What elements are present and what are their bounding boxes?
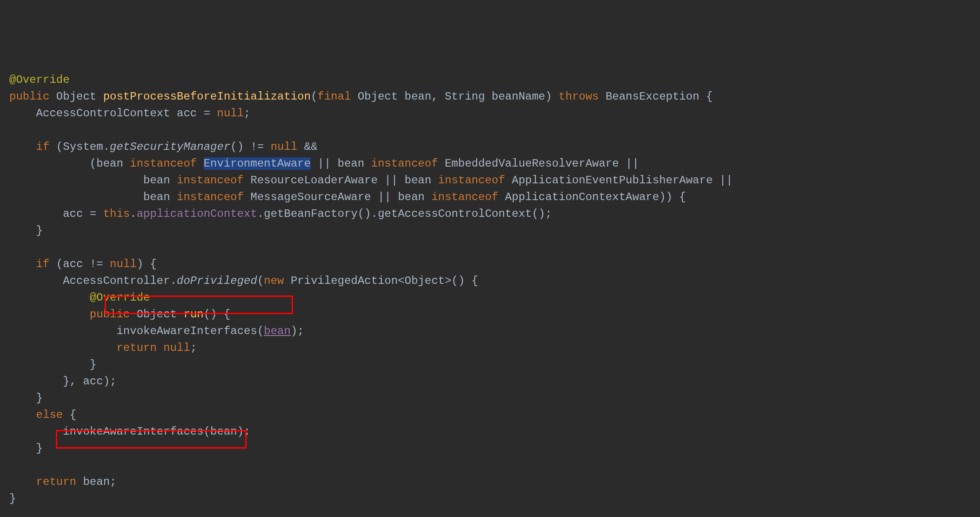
dot: . [371, 208, 378, 220]
operator: = [90, 208, 96, 220]
indent [9, 325, 116, 337]
semi: ; [545, 208, 552, 220]
indent [9, 224, 36, 237]
lt: < [398, 275, 404, 287]
param: bean [405, 90, 432, 103]
brace: } [36, 224, 43, 237]
exception-type: BeansException [606, 90, 700, 103]
dot: . [103, 141, 110, 153]
variable: bean [338, 157, 365, 170]
keyword-throws: throws [559, 90, 599, 103]
field: applicationContext [137, 208, 257, 220]
indent [9, 191, 143, 203]
keyword-instanceof: instanceof [130, 157, 197, 170]
operator: || [378, 191, 391, 203]
keyword-public: public [90, 308, 130, 321]
indent [9, 208, 63, 220]
dot: . [257, 208, 264, 220]
indent [9, 358, 90, 371]
variable: bean [405, 174, 432, 187]
parens: () [452, 275, 465, 287]
indent [9, 425, 63, 438]
indent [9, 409, 36, 421]
paren: ( [311, 90, 317, 103]
semi: ; [244, 107, 250, 120]
method-call: getAccessControlContext [378, 208, 532, 220]
indent [9, 308, 90, 321]
keyword-return: return [116, 342, 156, 354]
keyword-else: else [36, 409, 63, 421]
brace: { [150, 258, 157, 270]
comma: , [431, 90, 438, 103]
indent [9, 442, 36, 455]
semi: ; [110, 476, 116, 488]
paren: ) [545, 90, 552, 103]
method-call: invokeAwareInterfaces [63, 425, 203, 438]
operator: = [204, 107, 210, 120]
variable: acc [63, 208, 83, 220]
semi: ; [190, 342, 197, 354]
variable: acc [83, 375, 103, 388]
variable: bean [96, 157, 123, 170]
type: AccessControlContext [36, 107, 170, 120]
paren: ( [204, 425, 210, 438]
operator: || [720, 174, 733, 187]
indent [9, 375, 63, 388]
keyword-instanceof: instanceof [177, 191, 244, 203]
type: Object [137, 308, 177, 321]
method-call: invokeAwareInterfaces [116, 325, 257, 337]
keyword-new: new [264, 275, 284, 287]
semi: ; [110, 375, 116, 388]
parens: () [204, 308, 217, 321]
param: bean [210, 425, 237, 438]
variable: acc [177, 107, 197, 120]
indent [9, 157, 90, 170]
type: EmbeddedValueResolverAware [445, 157, 619, 170]
selected-type: EnvironmentAware [204, 157, 311, 170]
parens: () [358, 208, 371, 220]
method-call: getBeanFactory [264, 208, 358, 220]
semi: ; [244, 425, 250, 438]
operator: != [251, 141, 264, 153]
keyword-return: return [36, 476, 76, 488]
comma: , [70, 375, 76, 388]
indent [9, 107, 36, 120]
brace: } [90, 358, 96, 371]
paren: ( [257, 275, 264, 287]
type: ResourceLoaderAware [251, 174, 378, 187]
operator: != [90, 258, 103, 270]
brace: } [9, 492, 16, 505]
keyword-instanceof: instanceof [177, 174, 244, 187]
paren: ) [291, 325, 297, 337]
type: Object [358, 90, 398, 103]
method-name: postProcessBeforeInitialization [103, 90, 311, 103]
keyword-instanceof: instanceof [431, 191, 498, 203]
keyword-instanceof: instanceof [438, 174, 505, 187]
code-editor[interactable]: @Override public Object postProcessBefor… [9, 72, 971, 507]
keyword-public: public [9, 90, 49, 103]
dot: . [130, 208, 136, 220]
gt: > [445, 275, 451, 287]
param: beanName [492, 90, 545, 103]
brace: { [70, 409, 76, 421]
brace: { [679, 191, 686, 203]
keyword-this: this [103, 208, 130, 220]
class-ref: AccessController [63, 275, 170, 287]
paren: ) [103, 375, 110, 388]
dot: . [170, 275, 177, 287]
static-method: doPrivileged [177, 275, 257, 287]
brace: { [224, 308, 230, 321]
indent [9, 275, 63, 287]
type: ApplicationEventPublisherAware [512, 174, 713, 187]
paren: ) [137, 258, 143, 270]
operator: || [385, 174, 398, 187]
brace: } [63, 375, 69, 388]
closure-param: bean [264, 325, 291, 337]
keyword-null: null [110, 258, 137, 270]
paren: ( [56, 141, 63, 153]
indent [9, 258, 36, 270]
variable: bean [398, 191, 425, 203]
indent [9, 174, 143, 187]
indent [9, 291, 90, 304]
type-string: String [445, 90, 485, 103]
